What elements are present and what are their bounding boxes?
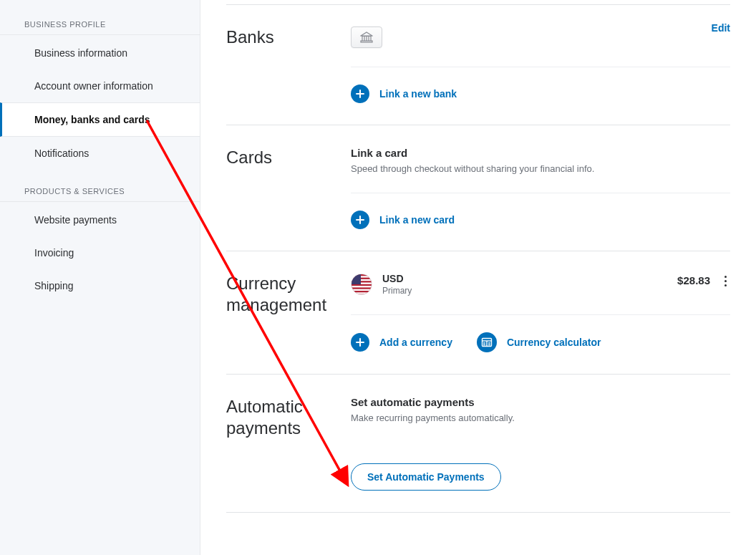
section-cards: Cards Link a card Speed through checkout… <box>226 125 730 251</box>
currency-balance: $28.83 <box>677 274 710 286</box>
currency-code: USD <box>382 273 412 284</box>
sidebar-item-label: Invoicing <box>34 247 74 259</box>
cards-heading: Link a card <box>351 147 730 159</box>
sidebar-item-label: Account owner information <box>34 80 153 92</box>
section-currency: Currency management USD Primary <box>226 251 730 374</box>
add-currency-label: Add a currency <box>379 337 452 348</box>
add-currency-button[interactable]: Add a currency <box>351 333 452 352</box>
edit-banks-link[interactable]: Edit <box>712 22 730 34</box>
section-title-cards: Cards <box>226 147 339 168</box>
sidebar-item-business-information[interactable]: Business information <box>0 37 200 69</box>
section-banks: Banks Edit <box>226 4 730 125</box>
currency-calculator-button[interactable]: Currency calculator <box>477 332 601 352</box>
link-new-card-label: Link a new card <box>379 214 455 226</box>
sidebar-item-label: Website payments <box>34 214 117 226</box>
currency-status: Primary <box>382 286 412 296</box>
plus-icon <box>351 85 369 103</box>
svg-rect-6 <box>361 41 372 42</box>
sidebar-item-invoicing[interactable]: Invoicing <box>0 236 200 269</box>
svg-rect-12 <box>352 289 372 291</box>
sidebar-item-label: Shipping <box>34 280 74 291</box>
link-new-bank-button[interactable]: Link a new bank <box>351 85 457 103</box>
automatic-description: Make recurring payments automatically. <box>351 412 730 423</box>
link-new-card-button[interactable]: Link a new card <box>351 211 455 229</box>
link-new-bank-label: Link a new bank <box>379 88 457 100</box>
sidebar-item-label: Notifications <box>34 148 89 159</box>
sidebar-item-notifications[interactable]: Notifications <box>0 137 200 170</box>
section-title-banks: Banks <box>226 26 339 48</box>
section-title-currency: Currency management <box>226 273 339 316</box>
sidebar: BUSINESS PROFILE Business information Ac… <box>0 0 200 555</box>
set-automatic-payments-button[interactable]: Set Automatic Payments <box>351 463 501 491</box>
main-content: Banks Edit <box>200 0 756 555</box>
section-title-automatic: Automatic payments <box>226 396 339 439</box>
sidebar-item-account-owner-information[interactable]: Account owner information <box>0 69 200 102</box>
sidebar-section-products-services: PRODUCTS & SERVICES <box>0 180 200 202</box>
sidebar-item-website-payments[interactable]: Website payments <box>0 203 200 236</box>
svg-rect-13 <box>352 292 372 294</box>
currency-row-usd[interactable]: USD Primary $28.83 <box>351 273 730 296</box>
sidebar-item-shipping[interactable]: Shipping <box>0 269 200 302</box>
sidebar-item-label: Business information <box>34 47 127 59</box>
section-automatic-payments: Automatic payments Set automatic payment… <box>226 374 730 513</box>
cards-description: Speed through checkout without sharing y… <box>351 163 730 174</box>
usa-flag-icon <box>351 274 372 295</box>
currency-menu-button[interactable] <box>720 276 730 286</box>
svg-rect-14 <box>352 274 361 284</box>
calculator-icon <box>477 332 497 352</box>
automatic-heading: Set automatic payments <box>351 396 730 408</box>
currency-calculator-label: Currency calculator <box>507 337 601 348</box>
bank-icon <box>351 26 382 48</box>
sidebar-item-money-banks-cards[interactable]: Money, banks and cards <box>0 102 200 137</box>
sidebar-item-label: Money, banks and cards <box>34 114 150 125</box>
svg-rect-11 <box>352 286 372 287</box>
svg-rect-0 <box>362 36 372 37</box>
sidebar-section-business-profile: BUSINESS PROFILE <box>0 13 200 35</box>
plus-icon <box>351 211 369 229</box>
plus-icon <box>351 333 369 352</box>
